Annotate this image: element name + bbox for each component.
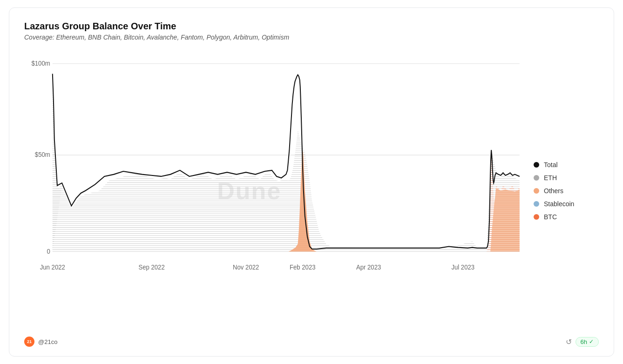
svg-text:Sep 2022: Sep 2022	[138, 263, 164, 271]
footer-right: ↺ 6h ✓	[566, 337, 599, 347]
legend-label-eth: ETH	[544, 174, 557, 182]
svg-text:Nov 2022: Nov 2022	[233, 263, 259, 271]
legend-label-stablecoin: Stablecoin	[544, 200, 574, 208]
avatar: 21	[24, 337, 34, 347]
legend-dot-eth	[534, 175, 539, 181]
legend-dot-total	[534, 162, 539, 168]
legend-item-eth: ETH	[534, 174, 599, 182]
svg-text:Jun 2022: Jun 2022	[40, 263, 65, 271]
refresh-icon[interactable]: ↺	[566, 337, 572, 346]
chart-title: Lazarus Group Balance Over Time	[24, 21, 599, 32]
legend-dot-others	[534, 188, 539, 194]
legend-item-total: Total	[534, 161, 599, 169]
footer: 21 @21co ↺ 6h ✓	[24, 337, 599, 347]
legend-item-others: Others	[534, 187, 599, 195]
svg-text:Jul 2023: Jul 2023	[451, 263, 474, 271]
footer-left: 21 @21co	[24, 337, 57, 347]
svg-text:$50m: $50m	[35, 151, 50, 159]
legend-label-total: Total	[544, 161, 558, 169]
svg-text:Apr 2023: Apr 2023	[356, 263, 381, 271]
svg-text:Feb 2023: Feb 2023	[290, 263, 316, 271]
author-handle: @21co	[38, 338, 57, 345]
legend-label-btc: BTC	[544, 213, 557, 221]
chart-svg: $100m $50m 0 Ju	[24, 48, 524, 333]
chart-main: Dune $100m $50m 0	[24, 48, 524, 333]
time-label: 6h	[581, 338, 587, 345]
chart-legend: Total ETH Others Stablecoin BTC	[524, 48, 599, 333]
legend-dot-stablecoin	[534, 201, 539, 207]
legend-item-btc: BTC	[534, 213, 599, 221]
time-badge: 6h ✓	[576, 337, 599, 347]
chart-card: Lazarus Group Balance Over Time Coverage…	[9, 7, 614, 357]
chart-subtitle: Coverage: Ethereum, BNB Chain, Bitcoin, …	[24, 34, 599, 41]
check-icon: ✓	[589, 338, 594, 345]
svg-text:0: 0	[47, 248, 50, 255]
legend-label-others: Others	[544, 187, 563, 195]
legend-dot-btc	[534, 214, 539, 220]
chart-area: Dune $100m $50m 0	[24, 48, 599, 333]
svg-text:$100m: $100m	[31, 60, 50, 67]
legend-item-stablecoin: Stablecoin	[534, 200, 599, 208]
